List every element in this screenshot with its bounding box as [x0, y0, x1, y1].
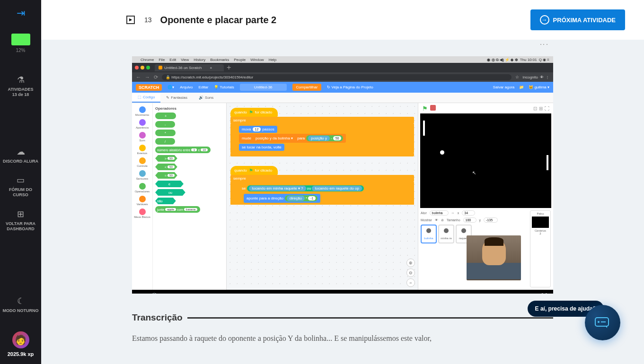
xp-label: 2025.9k xp: [8, 351, 34, 357]
progress-indicator[interactable]: [11, 34, 30, 45]
browser-tabs: Untitled-36 on Scratch × +: [132, 63, 553, 72]
user-avatar[interactable]: 🧑: [12, 331, 29, 348]
sidebar-item-nightmode[interactable]: ☾ MODO NOTURNO: [0, 293, 41, 316]
theater-icon[interactable]: ▭: [528, 293, 534, 294]
play-icon[interactable]: ▶: [138, 293, 143, 294]
skip-icon[interactable]: ≫: [478, 293, 485, 294]
more-options-icon[interactable]: ⋮: [539, 40, 549, 48]
browser-tab: Untitled-36 on Scratch ×: [155, 64, 224, 71]
fullscreen-icon[interactable]: ⛶: [541, 293, 547, 294]
lesson-title: Oponente e placar parte 2: [160, 15, 530, 26]
moon-icon: ☾: [17, 296, 25, 306]
video-controls: ▶ 🔊 1:01 / 8:07 ≫ 1x ⚙ ⧉ ▭ ⛶: [132, 290, 553, 294]
stop-icon: [430, 105, 436, 111]
discord-icon: ☁: [17, 147, 25, 157]
scratch-toolbar: SCRATCH 🌐▾ Arquivo Editar 💡 Tutorials Un…: [132, 82, 553, 93]
sprite-name-input: [430, 210, 449, 216]
lesson-header: 13 Oponente e placar parte 2 → PRÓXIMA A…: [41, 0, 644, 40]
costumes-tab: ✎Fantasias: [160, 93, 193, 103]
settings-icon[interactable]: ⚙: [504, 293, 510, 294]
scratch-logo: SCRATCH: [136, 84, 162, 91]
lesson-number: 13: [144, 16, 152, 24]
grid-icon: ⊞: [17, 209, 24, 219]
sprite-thumb: bolinha: [421, 225, 437, 243]
flask-icon: ⚗: [17, 75, 25, 85]
mac-menubar: ChromeFileEditViewHistoryBookmarksPeople…: [132, 56, 553, 63]
video-icon: [126, 16, 135, 24]
script-workspace: quando⚑for clicado sempre mova12passos m…: [227, 103, 418, 290]
stage-preview: ↖: [420, 113, 551, 208]
arrow-right-icon: →: [540, 15, 549, 25]
sidebar-item-activities[interactable]: ⚗ ATIVIDADES 13 de 18: [0, 72, 41, 100]
sidebar-item-dashboard[interactable]: ⊞ VOLTAR PARA DASHBOARD: [0, 206, 41, 234]
menu-toggle-icon[interactable]: ⇥: [17, 7, 25, 19]
green-flag-icon: ⚑: [422, 105, 428, 112]
transcript-title: Transcrição: [132, 312, 183, 323]
code-tab: ⬚Código: [132, 93, 160, 103]
volume-icon[interactable]: 🔊: [150, 293, 158, 294]
sidebar-item-discord[interactable]: ☁ DISCORD ALURA: [0, 144, 41, 167]
progress-percent: 12%: [16, 48, 25, 53]
scratch-tabs: ⬚Código ✎Fantasias 🔊Sons: [132, 93, 553, 103]
zoom-out-icon: ⊖: [406, 269, 415, 277]
sprite-thumb: minha ra: [438, 225, 454, 243]
svg-point-1: [598, 321, 600, 323]
block-categories: Movimento Aparência Som Eventos Controle…: [132, 103, 153, 290]
block-palette: Operadores + - * / número aleatório entr…: [153, 103, 226, 290]
sounds-tab: 🔊Sons: [193, 93, 219, 103]
chat-icon: [595, 317, 611, 329]
pip-icon[interactable]: ⧉: [517, 293, 521, 294]
zoom-reset-icon: =: [406, 278, 415, 287]
transcript-section: Transcrição Estamos passando à raquete d…: [132, 312, 553, 345]
next-activity-button[interactable]: → PRÓXIMA ATIVIDADE: [530, 9, 625, 30]
video-frame[interactable]: ChromeFileEditViewHistoryBookmarksPeople…: [132, 56, 553, 294]
svg-rect-2: [601, 321, 606, 322]
video-player: ChromeFileEditViewHistoryBookmarksPeople…: [132, 56, 553, 294]
left-sidebar: ⇥ 12% ⚗ ATIVIDADES 13 de 18 ☁ DISCORD AL…: [0, 0, 41, 364]
presenter-webcam: [467, 235, 521, 280]
sidebar-item-forum[interactable]: ▭ FÓRUM DO CURSO: [0, 172, 41, 200]
help-fab-button[interactable]: [585, 305, 620, 340]
address-bar: ←→⟳ 🔒 https://scratch.mit.edu/projects/3…: [132, 72, 553, 82]
forum-icon: ▭: [17, 175, 25, 185]
transcript-text: Estamos passando à raquete do oponente a…: [132, 332, 553, 345]
stage-thumb: Palco Cenários2: [530, 210, 551, 287]
zoom-in-icon: ⊕: [406, 259, 415, 267]
